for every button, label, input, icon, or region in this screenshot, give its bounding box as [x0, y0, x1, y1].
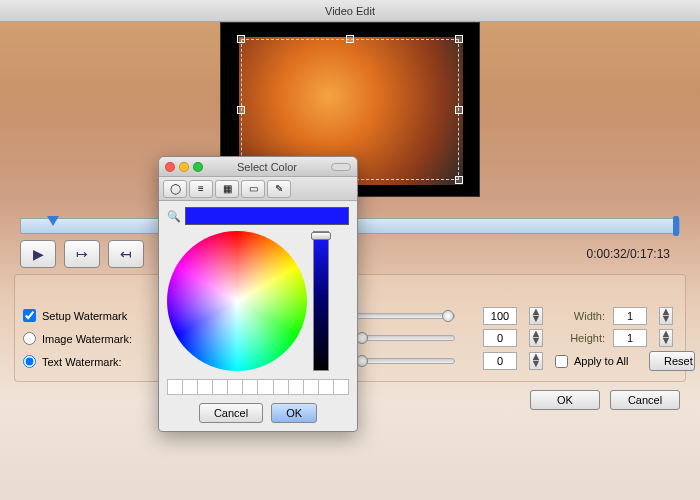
crop-handle-mid-left[interactable] — [237, 106, 245, 114]
color-preview-row: 🔍 — [167, 207, 349, 225]
width-spinner[interactable]: ▲▼ — [659, 307, 673, 325]
swatch-palette[interactable] — [167, 379, 349, 395]
crop-handle-bot-right[interactable] — [455, 176, 463, 184]
height-value[interactable]: 1 — [613, 329, 647, 347]
left-value[interactable]: 0 — [483, 352, 517, 370]
opacity-spinner[interactable]: ▲▼ — [529, 307, 543, 325]
text-watermark-radio[interactable] — [23, 355, 36, 368]
close-icon[interactable] — [165, 162, 175, 172]
timeline-end-marker[interactable] — [673, 216, 679, 236]
crop-handle-mid-right[interactable] — [455, 106, 463, 114]
minimize-icon[interactable] — [179, 162, 189, 172]
play-button[interactable]: ▶ — [20, 240, 56, 268]
mark-in-button[interactable]: ↦ — [64, 240, 100, 268]
magnifier-icon[interactable]: 🔍 — [167, 210, 181, 223]
ok-button[interactable]: OK — [530, 390, 600, 410]
image-watermark-radio[interactable] — [23, 332, 36, 345]
crop-handle-top-left[interactable] — [237, 35, 245, 43]
timeline-playhead[interactable] — [47, 216, 59, 226]
crop-handle-top-right[interactable] — [455, 35, 463, 43]
opacity-value[interactable]: 100 — [483, 307, 517, 325]
top-slider[interactable] — [355, 335, 455, 341]
apply-all-row[interactable]: Apply to All — [555, 355, 651, 368]
crayons-mode-icon[interactable]: ✎ — [267, 180, 291, 198]
crop-handle-top-mid[interactable] — [346, 35, 354, 43]
cancel-button[interactable]: Cancel — [610, 390, 680, 410]
color-picker-titlebar[interactable]: Select Color — [159, 157, 357, 177]
color-picker-toolbar: ◯ ≡ ▦ ▭ ✎ — [159, 177, 357, 201]
setup-watermark-checkbox[interactable] — [23, 309, 36, 322]
reset-button[interactable]: Reset — [649, 351, 695, 371]
current-color-swatch[interactable] — [185, 207, 349, 225]
timecode-display: 0:00:32/0:17:13 — [587, 247, 670, 261]
opacity-slider[interactable] — [355, 313, 455, 319]
toolbar-toggle-icon[interactable] — [331, 163, 351, 171]
setup-watermark-label: Setup Watermark — [42, 310, 127, 322]
apply-all-label: Apply to All — [574, 355, 628, 367]
brightness-thumb[interactable] — [311, 232, 331, 240]
height-label: Height: — [555, 332, 605, 344]
width-label: Width: — [555, 310, 605, 322]
top-spinner[interactable]: ▲▼ — [529, 329, 543, 347]
window-title: Video Edit — [325, 5, 375, 17]
image-mode-icon[interactable]: ▭ — [241, 180, 265, 198]
sliders-mode-icon[interactable]: ≡ — [189, 180, 213, 198]
color-ok-button[interactable]: OK — [271, 403, 317, 423]
width-value[interactable]: 1 — [613, 307, 647, 325]
wheel-mode-icon[interactable]: ◯ — [163, 180, 187, 198]
color-cancel-button[interactable]: Cancel — [199, 403, 263, 423]
brightness-slider[interactable] — [313, 231, 329, 371]
opacity-slider-thumb[interactable] — [442, 310, 454, 322]
apply-all-checkbox[interactable] — [555, 355, 568, 368]
color-picker-title: Select Color — [207, 161, 327, 173]
mark-out-button[interactable]: ↤ — [108, 240, 144, 268]
text-watermark-label: Text Watermark: — [42, 356, 122, 368]
left-slider[interactable] — [355, 358, 455, 364]
height-spinner[interactable]: ▲▼ — [659, 329, 673, 347]
image-watermark-label: Image Watermark: — [42, 333, 132, 345]
color-picker-window[interactable]: Select Color ◯ ≡ ▦ ▭ ✎ 🔍 Cancel OK — [158, 156, 358, 432]
color-wheel[interactable] — [167, 231, 307, 371]
left-spinner[interactable]: ▲▼ — [529, 352, 543, 370]
window-titlebar: Video Edit — [0, 0, 700, 22]
top-value[interactable]: 0 — [483, 329, 517, 347]
palette-mode-icon[interactable]: ▦ — [215, 180, 239, 198]
zoom-icon[interactable] — [193, 162, 203, 172]
